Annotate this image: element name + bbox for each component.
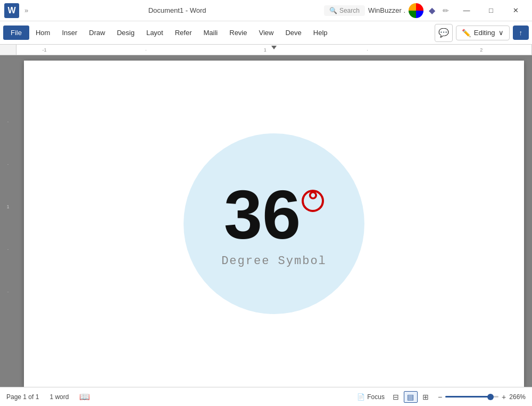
document-page: 36 ° Degree Symbol: [24, 61, 524, 387]
margin-num-3: 1: [6, 204, 9, 209]
search-icon: 🔍: [329, 7, 337, 14]
title-bar: W » Document1 - Word 🔍 Search WinBuzzer …: [0, 0, 532, 21]
menu-design[interactable]: Desig: [112, 26, 140, 40]
word-app-icon: W: [4, 3, 19, 18]
zoom-minus-button[interactable]: −: [437, 393, 443, 401]
margin-num-2: ·: [7, 162, 9, 167]
winbuzzer-label: WinBuzzer .: [368, 6, 405, 14]
margin-num-1: ·: [7, 119, 9, 124]
ruler-inner: -1 · 1 · 2: [16, 45, 532, 55]
word-count: 1 word: [49, 393, 69, 401]
search-bar[interactable]: 🔍 Search: [324, 5, 365, 16]
status-bar: Page 1 of 1 1 word 📖 📄 Focus ⊟ ▤ ⊞ − + 2…: [0, 387, 532, 406]
margin-num-5: ·: [7, 289, 9, 294]
document-scroll[interactable]: 36 ° Degree Symbol: [16, 55, 532, 387]
status-left: Page 1 of 1 1 word 📖: [6, 392, 90, 402]
page-info: Page 1 of 1: [6, 393, 39, 401]
degree-caption: Degree Symbol: [221, 255, 327, 268]
temperature-display: 36 °: [224, 180, 325, 249]
menu-draw[interactable]: Draw: [84, 26, 110, 40]
view-print-button[interactable]: ⊟: [389, 391, 403, 403]
degree-symbol: °: [302, 190, 324, 212]
window-controls: — □ ✕: [454, 2, 528, 19]
winbuzzer-icon: [409, 3, 423, 18]
focus-button[interactable]: 📄 Focus: [357, 393, 385, 401]
menu-help[interactable]: Help: [308, 26, 333, 40]
view-web-button[interactable]: ⊞: [419, 391, 433, 403]
diamond-icon: ◆: [427, 5, 437, 15]
maximize-button[interactable]: □: [479, 2, 503, 19]
zoom-thumb[interactable]: [487, 394, 494, 400]
search-placeholder: Search: [339, 7, 360, 14]
share-button[interactable]: ↑: [513, 26, 529, 40]
zoom-slider-track[interactable]: [445, 396, 498, 397]
toolbar-right: 💬 ✏️ Editing ∨ ↑: [435, 24, 529, 42]
zoom-control[interactable]: − + 266%: [437, 393, 526, 401]
left-margin: · · 1 · ·: [0, 55, 16, 387]
zoom-value: 266%: [509, 393, 526, 401]
menu-bar: File Hom Inser Draw Desig Layot Refer Ma…: [0, 21, 532, 45]
menu-file[interactable]: File: [3, 26, 29, 40]
temperature-number: 36: [224, 180, 301, 249]
ruler-indent-marker: [271, 46, 277, 49]
menu-insert[interactable]: Inser: [56, 26, 82, 40]
temperature-circle: 36 ° Degree Symbol: [184, 133, 364, 314]
document-title: Document1 - Word: [34, 6, 321, 14]
focus-label: Focus: [367, 393, 385, 401]
menu-mailings[interactable]: Maili: [198, 26, 223, 40]
menu-layout[interactable]: Layot: [141, 26, 169, 40]
comment-button[interactable]: 💬: [435, 24, 453, 42]
zoom-fill: [445, 396, 491, 397]
view-layout-button[interactable]: ▤: [404, 391, 418, 403]
editing-label: Editing: [474, 29, 495, 37]
editing-pencil-icon: ✏️: [462, 29, 471, 37]
share-icon: ↑: [519, 29, 523, 37]
menu-view[interactable]: View: [254, 26, 279, 40]
margin-num-4: ·: [7, 247, 9, 252]
pen-icon: ✏: [440, 6, 451, 15]
nav-arrow[interactable]: »: [22, 6, 30, 14]
menu-review[interactable]: Revie: [224, 26, 252, 40]
read-icon[interactable]: 📖: [79, 392, 90, 402]
menu-references[interactable]: Refer: [170, 26, 197, 40]
ruler: -1 · 1 · 2: [0, 45, 532, 55]
menu-home[interactable]: Hom: [30, 26, 55, 40]
editing-mode-button[interactable]: ✏️ Editing ∨: [456, 26, 510, 40]
minimize-button[interactable]: —: [454, 2, 479, 19]
status-right: 📄 Focus ⊟ ▤ ⊞ − + 266%: [357, 391, 526, 403]
document-content: 36 ° Degree Symbol: [184, 133, 364, 314]
document-area: · · 1 · · 36 ° Degree Symbol: [0, 55, 532, 387]
zoom-plus-button[interactable]: +: [501, 393, 507, 401]
menu-developer[interactable]: Deve: [280, 26, 306, 40]
focus-icon: 📄: [357, 393, 365, 401]
close-button[interactable]: ✕: [503, 2, 528, 19]
editing-chevron-icon: ∨: [498, 29, 504, 37]
view-mode-buttons: ⊟ ▤ ⊞: [389, 391, 433, 403]
comment-icon: 💬: [438, 28, 449, 38]
